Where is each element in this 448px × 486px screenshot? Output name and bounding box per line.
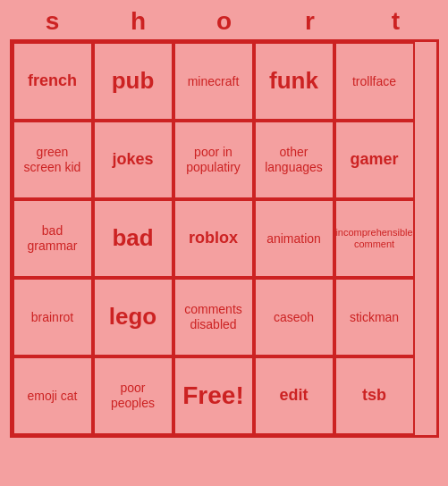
header-letter: s (13, 7, 93, 36)
bingo-cell: bad grammar (13, 199, 93, 278)
cell-text: bad grammar (18, 223, 88, 254)
header-letter: o (184, 7, 265, 36)
cell-text: trollface (352, 74, 396, 89)
bingo-grid: frenchpubminecraftfunktrollfacegreen scr… (10, 39, 439, 438)
bingo-cell: trollface (334, 42, 415, 121)
cell-text: incomprehensible comment (335, 227, 412, 250)
bingo-cell: caseoh (254, 278, 334, 356)
cell-text: pub (112, 67, 155, 95)
bingo-cell: edit (254, 356, 334, 435)
bingo-cell: brainrot (13, 278, 93, 356)
cell-text: brainrot (31, 310, 73, 325)
bingo-cell: minecraft (173, 42, 254, 121)
bingo-cell: stickman (334, 278, 415, 356)
header-letter: h (98, 7, 179, 36)
bingo-cell: animation (254, 199, 334, 278)
bingo-cell: Free! (173, 356, 254, 435)
cell-text: Free! (182, 381, 243, 411)
cell-text: green screen kid (18, 145, 88, 175)
cell-text: other languages (259, 145, 329, 175)
cell-text: poor peoples (98, 381, 168, 411)
bingo-cell: gamer (334, 121, 415, 199)
cell-text: roblox (189, 229, 238, 248)
cell-text: lego (109, 303, 156, 331)
bingo-cell: poor peoples (93, 356, 173, 435)
cell-text: jokes (112, 150, 153, 170)
cell-text: tsb (362, 386, 386, 406)
bingo-cell: incomprehensible comment (334, 199, 415, 278)
bingo-cell: emoji cat (13, 356, 93, 435)
cell-text: emoji cat (27, 389, 77, 404)
bingo-cell: other languages (254, 121, 334, 199)
cell-text: bad (112, 224, 153, 252)
bingo-cell: roblox (173, 199, 254, 278)
cell-text: french (28, 71, 77, 91)
bingo-cell: bad (93, 199, 173, 278)
header-letters-row: short (10, 0, 439, 39)
bingo-cell: green screen kid (13, 121, 93, 199)
bingo-cell: funk (254, 42, 334, 121)
cell-text: animation (266, 231, 321, 247)
bingo-cell: jokes (93, 121, 173, 199)
cell-text: minecraft (188, 74, 240, 89)
cell-text: funk (269, 67, 318, 95)
bingo-cell: comments disabled (173, 278, 254, 356)
bingo-cell: lego (93, 278, 173, 356)
cell-text: gamer (350, 150, 398, 170)
bingo-board: short frenchpubminecraftfunktrollfacegre… (10, 0, 439, 438)
cell-text: edit (279, 386, 308, 406)
bingo-cell: pub (93, 42, 173, 121)
cell-text: comments disabled (179, 302, 249, 332)
cell-text: caseoh (274, 310, 314, 325)
bingo-cell: tsb (334, 356, 415, 435)
bingo-cell: french (13, 42, 93, 121)
bingo-cell: poor in populatiry (173, 121, 254, 199)
header-letter: t (356, 7, 436, 36)
cell-text: stickman (350, 310, 399, 325)
cell-text: poor in populatiry (179, 145, 249, 175)
header-letter: r (270, 7, 351, 36)
